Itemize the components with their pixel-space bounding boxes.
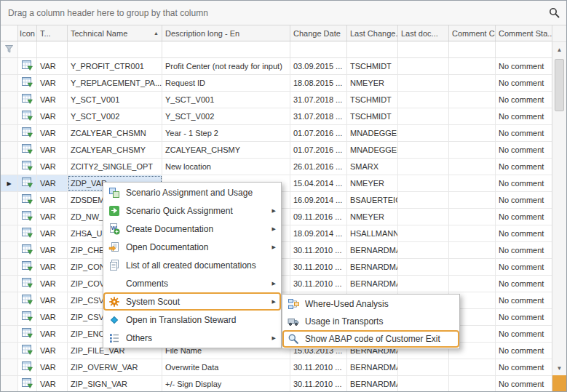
cell-type[interactable]: VAR <box>37 326 68 342</box>
column-header-description[interactable]: Description long - En <box>162 25 290 41</box>
cell-comment-status[interactable]: No comment <box>496 343 552 359</box>
cell-type[interactable]: VAR <box>37 108 68 124</box>
cell-icon[interactable] <box>18 159 37 175</box>
cell-icon[interactable] <box>18 175 37 191</box>
cell-description[interactable]: Y_SCT_V001 <box>162 92 290 108</box>
column-header-technical-name[interactable]: Technical Name▲ <box>68 25 162 41</box>
table-row[interactable]: VARZIP_OVERW_VAROverwrite Data30.11.2010… <box>1 359 552 376</box>
cell-icon[interactable] <box>18 209 37 225</box>
cell-comment-status[interactable]: No comment <box>496 309 552 325</box>
cell-last-doc[interactable] <box>398 58 449 74</box>
cell-comment-status[interactable]: No comment <box>496 159 552 175</box>
cell-last-changed-by[interactable]: BERNARDMA <box>347 376 398 392</box>
cell-comment-status[interactable]: No comment <box>496 142 552 158</box>
cell-icon[interactable] <box>18 142 37 158</box>
cell-last-doc[interactable] <box>398 192 449 208</box>
cell-comment-co[interactable] <box>449 259 496 275</box>
cell-type[interactable]: VAR <box>37 192 68 208</box>
filter-cell-icon[interactable] <box>18 41 37 57</box>
cell-last-changed-by[interactable]: HSALLMANN <box>347 225 398 241</box>
cell-comment-co[interactable] <box>449 276 496 292</box>
cell-change-date[interactable]: 30.11.2010 ... <box>290 242 347 258</box>
cell-icon[interactable] <box>18 259 37 275</box>
cell-type[interactable]: VAR <box>37 142 68 158</box>
menu-item-usage-in-transports[interactable]: Usage in Transports <box>282 313 459 330</box>
cell-description[interactable]: Profit Center (not ready for input) <box>162 58 290 74</box>
cell-comment-co[interactable] <box>449 92 496 108</box>
table-row[interactable]: VARZIP_SIGN_VAR+/- Sign Display30.11.201… <box>1 376 552 392</box>
cell-comment-co[interactable] <box>449 108 496 124</box>
cell-icon[interactable] <box>18 125 37 141</box>
cell-icon[interactable] <box>18 192 37 208</box>
cell-change-date[interactable]: 16.09.2014 ... <box>290 192 347 208</box>
cell-comment-co[interactable] <box>449 142 496 158</box>
cell-change-date[interactable]: 30.11.2010 ... <box>290 359 347 375</box>
cell-icon[interactable] <box>18 326 37 342</box>
cell-last-doc[interactable] <box>398 92 449 108</box>
cell-last-changed-by[interactable]: BSAUERTEIG <box>347 192 398 208</box>
cell-last-changed-by[interactable]: MNADEGGER <box>347 125 398 141</box>
cell-type[interactable]: VAR <box>37 75 68 91</box>
table-row[interactable]: VARY_PROFIT_CTR001Profit Center (not rea… <box>1 58 552 75</box>
cell-last-changed-by[interactable]: BERNARDMA <box>347 259 398 275</box>
cell-last-changed-by[interactable]: NMEYER <box>347 175 398 191</box>
scroll-up-button[interactable]: ▲ <box>552 42 566 57</box>
cell-last-changed-by[interactable]: TSCHMIDT <box>347 58 398 74</box>
cell-comment-status[interactable]: No comment <box>496 108 552 124</box>
menu-item-open-in-translation-steward[interactable]: Open in Translation Steward <box>103 311 281 329</box>
cell-change-date[interactable]: 30.11.2010 ... <box>290 276 347 292</box>
cell-icon[interactable] <box>18 75 37 91</box>
table-row[interactable]: VARZCALYEAR_CHSMNYear - 1 Step 201.07.20… <box>1 125 552 142</box>
filter-cell-change-date[interactable] <box>290 41 347 57</box>
menu-item-system-scout[interactable]: System Scout▶ <box>103 292 281 311</box>
scroll-down-button[interactable]: ▼ <box>552 361 566 375</box>
cell-comment-status[interactable]: No comment <box>496 58 552 74</box>
cell-last-doc[interactable] <box>398 209 449 225</box>
cell-comment-status[interactable]: No comment <box>496 376 552 392</box>
cell-last-changed-by[interactable]: SMARX <box>347 159 398 175</box>
cell-type[interactable]: VAR <box>37 175 68 191</box>
cell-last-changed-by[interactable]: BERNARDMA <box>347 276 398 292</box>
cell-last-doc[interactable] <box>398 125 449 141</box>
cell-type[interactable]: VAR <box>37 92 68 108</box>
cell-change-date[interactable]: 30.11.2010 ... <box>290 259 347 275</box>
cell-comment-status[interactable]: No comment <box>496 225 552 241</box>
cell-icon[interactable] <box>18 359 37 375</box>
cell-technical-name[interactable]: ZCALYEAR_CHSMY <box>68 142 162 158</box>
filter-cell-comment-status[interactable] <box>496 41 552 57</box>
cell-type[interactable]: VAR <box>37 225 68 241</box>
cell-icon[interactable] <box>18 276 37 292</box>
cell-technical-name[interactable]: Y_SCT_V002 <box>68 108 162 124</box>
cell-technical-name[interactable]: ZCALYEAR_CHSMN <box>68 125 162 141</box>
menu-item-list-of-all-created-documentations[interactable]: List of all created documentations <box>103 256 281 274</box>
menu-item-where-used-analysis[interactable]: Where-Used Analysis <box>282 295 459 313</box>
cell-icon[interactable] <box>18 309 37 325</box>
cell-comment-co[interactable] <box>449 58 496 74</box>
cell-description[interactable]: +/- Sign Display <box>162 376 290 392</box>
table-row[interactable]: VARY_SCT_V001Y_SCT_V00131.07.2018 ...TSC… <box>1 92 552 108</box>
search-button[interactable] <box>545 5 563 21</box>
cell-icon[interactable] <box>18 292 37 308</box>
cell-last-doc[interactable] <box>398 108 449 124</box>
cell-comment-status[interactable]: No comment <box>496 92 552 108</box>
cell-comment-co[interactable] <box>449 209 496 225</box>
cell-description[interactable]: New location <box>162 159 290 175</box>
cell-type[interactable]: VAR <box>37 276 68 292</box>
cell-change-date[interactable]: 15.04.2014 ... <box>290 175 347 191</box>
column-header-type[interactable]: T... <box>37 25 68 41</box>
cell-type[interactable]: VAR <box>37 376 68 392</box>
cell-last-changed-by[interactable]: BERNARDMA <box>347 242 398 258</box>
table-row[interactable]: VARZCALYEAR_CHSMYZCALYEAR_CHSMY01.07.201… <box>1 142 552 159</box>
column-header-change-date[interactable]: Change Date <box>290 25 347 41</box>
cell-last-doc[interactable] <box>398 159 449 175</box>
cell-last-doc[interactable] <box>398 225 449 241</box>
cell-comment-co[interactable] <box>449 225 496 241</box>
filter-cell-type[interactable] <box>37 41 68 57</box>
group-by-panel[interactable]: Drag a column header here to group by th… <box>1 1 566 25</box>
cell-comment-co[interactable] <box>449 159 496 175</box>
cell-icon[interactable] <box>18 376 37 392</box>
cell-last-doc[interactable] <box>398 276 449 292</box>
cell-change-date[interactable]: 31.07.2018 ... <box>290 108 347 124</box>
filter-cell-description[interactable] <box>162 41 290 57</box>
cell-comment-status[interactable]: No comment <box>496 175 552 191</box>
